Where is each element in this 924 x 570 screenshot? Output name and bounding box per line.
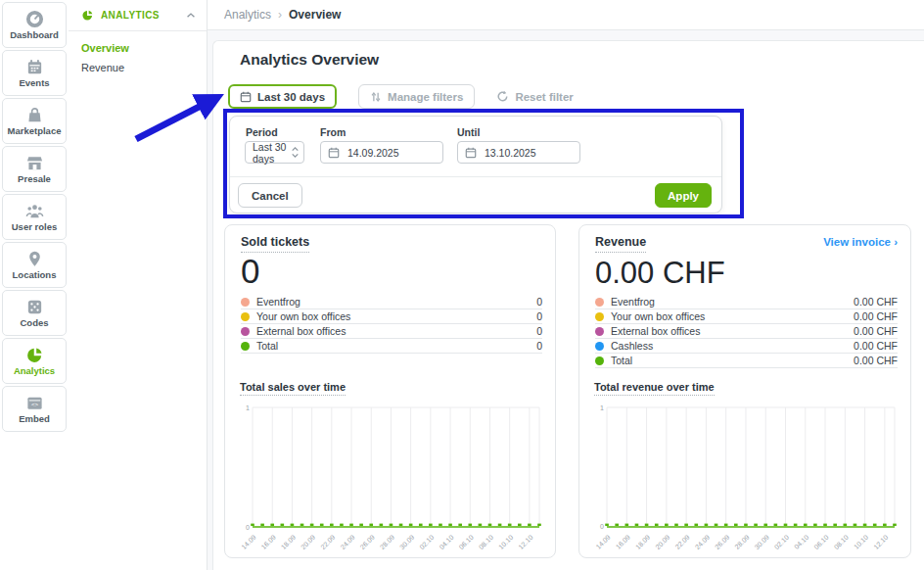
- sidebar-item-label: Embed: [19, 414, 50, 424]
- subnav-header[interactable]: ANALYTICS: [69, 0, 207, 31]
- subnav-item-overview[interactable]: Overview: [81, 41, 207, 55]
- svg-text:24.09: 24.09: [694, 534, 711, 550]
- legend-row: Total 0: [241, 339, 542, 354]
- cancel-button[interactable]: Cancel: [238, 183, 302, 208]
- sliders-icon: [370, 91, 382, 103]
- svg-text:14.09: 14.09: [240, 534, 256, 550]
- svg-text:08.10: 08.10: [478, 534, 494, 550]
- chevron-right-icon: ›: [894, 236, 898, 248]
- until-label: Until: [457, 126, 480, 138]
- legend-dot: [241, 312, 250, 321]
- date-filter-popover: Period From Until Last 30 days: [229, 116, 722, 214]
- revenue-legend: Eventfrog 0.00 CHF Your own box offices …: [595, 295, 898, 368]
- subnav-item-revenue[interactable]: Revenue: [81, 61, 207, 74]
- legend-row: Your own box offices 0.00 CHF: [595, 309, 898, 324]
- svg-text:18.09: 18.09: [634, 534, 651, 550]
- app-window: Dashboard Events Marketplace Presale Use: [0, 0, 924, 570]
- sidebar-item-label: Marketplace: [8, 126, 62, 136]
- legend-row: Eventfrog 0: [241, 295, 542, 309]
- sidebar-item-label: Analytics: [14, 366, 55, 376]
- manage-filters-button[interactable]: Manage filters: [358, 84, 475, 109]
- until-date-field[interactable]: [457, 141, 580, 164]
- svg-text:0: 0: [600, 524, 604, 531]
- reset-filter-button[interactable]: Reset filter: [490, 85, 578, 108]
- svg-text:18.09: 18.09: [280, 534, 297, 550]
- map-pin-icon: [25, 250, 44, 268]
- date-range-button[interactable]: Last 30 days: [228, 84, 337, 109]
- calendar-icon: [465, 147, 477, 159]
- sales-chart-title: Total sales over time: [240, 381, 346, 396]
- sidebar-item-analytics[interactable]: Analytics: [2, 338, 67, 384]
- breadcrumb: Analytics › Overview: [208, 0, 924, 30]
- svg-text:28.09: 28.09: [733, 534, 750, 550]
- chevron-up-icon[interactable]: [185, 10, 197, 22]
- analytics-subnav: ANALYTICS Overview Revenue: [69, 0, 208, 570]
- sidebar-item-label: Codes: [20, 318, 48, 328]
- legend-value: 0: [536, 296, 542, 308]
- select-arrows-icon: [291, 146, 300, 159]
- period-value: Last 30 days: [253, 141, 291, 165]
- legend-dot: [595, 356, 604, 365]
- from-date-field[interactable]: [320, 141, 443, 164]
- legend-value: 0: [536, 340, 542, 352]
- dice-icon: [25, 298, 44, 316]
- revenue-total: 0.00 CHF: [595, 256, 725, 291]
- legend-value: 0.00 CHF: [854, 296, 898, 308]
- reset-filter-label: Reset filter: [515, 91, 573, 103]
- users-icon: [25, 202, 44, 220]
- legend-value: 0.00 CHF: [854, 310, 898, 322]
- legend-dot: [595, 342, 604, 351]
- sidebar-item-events[interactable]: Events: [2, 50, 67, 96]
- legend-dot: [595, 312, 604, 321]
- svg-text:28.09: 28.09: [379, 534, 395, 550]
- svg-text:<>: <>: [30, 401, 38, 407]
- revenue-chart-title: Total revenue over time: [594, 381, 715, 396]
- reset-icon: [496, 90, 509, 103]
- sidebar-item-dashboard[interactable]: Dashboard: [2, 2, 67, 48]
- from-date-input[interactable]: [346, 146, 428, 160]
- sidebar-item-embed[interactable]: <> Embed: [2, 386, 67, 432]
- sidebar-item-codes[interactable]: Codes: [2, 290, 67, 336]
- revenue-chart-block: Total revenue over time 1014.0916.0918.0…: [594, 377, 898, 560]
- main-panel: Analytics Overview Last 30 days Manage f…: [212, 40, 924, 570]
- legend-row: External box offices 0: [241, 324, 542, 339]
- legend-row: Cashless 0.00 CHF: [595, 339, 898, 354]
- svg-text:06.10: 06.10: [458, 534, 475, 550]
- svg-text:22.09: 22.09: [319, 534, 336, 550]
- svg-text:1: 1: [246, 404, 250, 411]
- page-title: Analytics Overview: [240, 51, 379, 69]
- icon-sidebar: Dashboard Events Marketplace Presale Use: [0, 0, 69, 570]
- manage-filters-label: Manage filters: [388, 91, 463, 103]
- legend-dot: [241, 327, 250, 336]
- svg-text:10.10: 10.10: [497, 534, 514, 550]
- legend-value: 0: [536, 325, 542, 337]
- legend-dot: [595, 298, 604, 307]
- sales-line-chart: 1014.0916.0918.0920.0922.0924.0926.0928.…: [240, 401, 542, 560]
- view-invoice-link[interactable]: View invoice ›: [823, 236, 898, 248]
- revenue-line-chart: 1014.0916.0918.0920.0922.0924.0926.0928.…: [594, 401, 898, 560]
- sidebar-item-presale[interactable]: Presale: [2, 146, 67, 192]
- legend-label: Your own box offices: [611, 310, 847, 322]
- breadcrumb-parent[interactable]: Analytics: [224, 8, 271, 22]
- sold-tickets-card: Sold tickets 0 Eventfrog 0 Your own box …: [224, 224, 556, 558]
- svg-text:24.09: 24.09: [339, 534, 355, 550]
- sidebar-item-user-roles[interactable]: User roles: [2, 194, 67, 240]
- legend-label: Cashless: [611, 340, 847, 352]
- apply-button[interactable]: Apply: [655, 183, 712, 208]
- legend-value: 0.00 CHF: [854, 325, 898, 337]
- svg-text:12.10: 12.10: [517, 534, 533, 550]
- sidebar-item-marketplace[interactable]: Marketplace: [2, 98, 67, 144]
- calendar-icon: [25, 58, 44, 76]
- legend-dot: [241, 298, 250, 307]
- sold-tickets-title: Sold tickets: [241, 235, 309, 253]
- subnav-title: ANALYTICS: [101, 10, 185, 21]
- legend-value: 0.00 CHF: [854, 355, 898, 366]
- svg-text:20.09: 20.09: [654, 534, 670, 550]
- sidebar-item-label: Dashboard: [10, 30, 59, 40]
- period-select[interactable]: Last 30 days: [245, 141, 304, 164]
- sales-chart-block: Total sales over time 1014.0916.0918.092…: [240, 377, 542, 560]
- sidebar-item-locations[interactable]: Locations: [2, 242, 67, 288]
- svg-text:20.09: 20.09: [300, 534, 316, 550]
- until-date-input[interactable]: [483, 146, 565, 160]
- sidebar-item-label: Events: [19, 78, 49, 88]
